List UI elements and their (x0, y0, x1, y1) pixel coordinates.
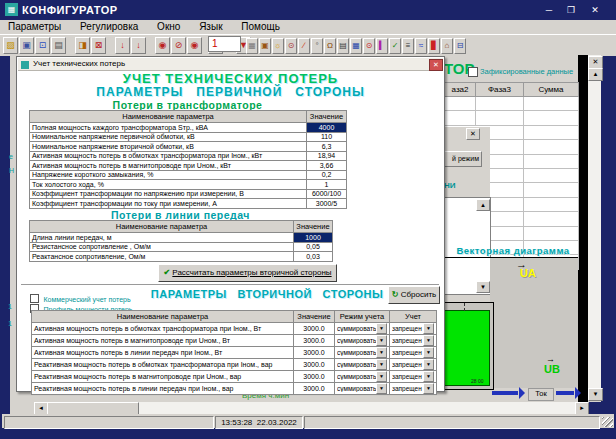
bars-icon[interactable]: ▊ (428, 38, 440, 54)
scroll-down-icon[interactable]: ▾ (588, 388, 603, 401)
param-value[interactable]: 0,2 (307, 170, 347, 180)
save-icon[interactable]: ▣ (19, 37, 34, 54)
panel-close-icon[interactable]: ✕ (466, 128, 480, 140)
param-value-selected[interactable]: 4000 (307, 123, 347, 133)
print-icon[interactable]: ▤ (51, 37, 66, 54)
grid-col-sum: Сумма (524, 83, 579, 97)
scales-icon[interactable]: Ω (324, 38, 336, 54)
param-value[interactable]: 0,03 (294, 252, 333, 262)
download-icon[interactable]: ↓ (115, 37, 130, 54)
dropdown-icon: ▼ (423, 335, 434, 346)
table-row: Ток холостого хода, %1 (30, 180, 347, 190)
col-header-name: Наименование параметра (30, 111, 307, 123)
mode-dropdown[interactable]: суммировать▼ (335, 323, 390, 335)
uchet-dropdown[interactable]: запрещен▼ (390, 347, 437, 359)
close-button[interactable]: ✕ (586, 3, 604, 17)
check-table-icon[interactable]: ✓ (389, 38, 401, 54)
mode-dropdown[interactable]: суммировать▼ (335, 371, 390, 383)
counter-input[interactable]: 1 (208, 36, 241, 52)
scroll-up-icon[interactable]: ▴ (588, 68, 603, 81)
grid-col-phase2: аза2 (445, 83, 476, 97)
scroll-down-icon[interactable]: ▾ (476, 281, 490, 293)
configurator-icon[interactable]: ▦ (246, 38, 258, 54)
uchet-dropdown[interactable]: запрещен▼ (390, 359, 437, 371)
param-value[interactable]: 1 (307, 180, 347, 190)
mode-dropdown[interactable]: суммировать▼ (335, 335, 390, 347)
table-icon[interactable]: ▦ (350, 38, 362, 54)
mode-dropdown[interactable]: суммировать▼ (335, 347, 390, 359)
table-row: Реактансное сопротивление, Ом/м0,03 (30, 252, 333, 262)
param-value[interactable]: 3000.0 (294, 383, 335, 395)
table-row: Номинальное напряжение вторичной обмотки… (30, 142, 347, 152)
graph-icon[interactable]: ≈ (415, 38, 427, 54)
menu-window[interactable]: Окно (149, 20, 188, 32)
partial-label: НИ (444, 181, 456, 190)
param-value[interactable]: 0,05 (294, 242, 333, 252)
col-header-name: Наименование параметра (32, 311, 294, 323)
monitor2-icon[interactable]: ⊟ (454, 38, 466, 54)
param-value[interactable]: 110 (307, 132, 347, 142)
pen-icon[interactable]: ∕ (298, 38, 310, 54)
table-row: Активная мощность потерь в обмотках тран… (32, 323, 437, 335)
calculator-icon[interactable]: ▤ (337, 38, 349, 54)
fixed-data-checkbox[interactable] (468, 67, 478, 77)
clock-icon[interactable]: ⊙ (363, 38, 375, 54)
horizontal-scrollbar[interactable]: ◂ ▸ (34, 402, 588, 414)
dialog-title-bar[interactable]: Учет технических потерь (18, 58, 443, 71)
scroll-up-icon[interactable]: ▴ (476, 199, 490, 211)
param-value[interactable]: 3000.0 (294, 335, 335, 347)
disconnect-icon[interactable]: ◉ (187, 37, 202, 54)
param-value[interactable]: 6,3 (307, 142, 347, 152)
uchet-dropdown[interactable]: запрещен▼ (390, 371, 437, 383)
param-value[interactable]: 3000/5 (307, 199, 347, 209)
mode-dropdown[interactable]: суммировать▼ (335, 383, 390, 395)
menu-language[interactable]: Язык (191, 20, 230, 32)
connect-icon[interactable]: ◉ (155, 37, 170, 54)
resize-grip[interactable] (602, 417, 613, 427)
current-arrow-icon (492, 391, 518, 395)
param-value[interactable]: 6000/100 (307, 189, 347, 199)
open-folder-icon[interactable]: ▨ (3, 37, 18, 54)
lamp-icon[interactable]: ☼ (272, 38, 284, 54)
archive-icon[interactable]: ▣ (259, 38, 271, 54)
uchet-dropdown[interactable]: запрещен▼ (390, 335, 437, 347)
probe-icon[interactable]: ° (311, 38, 323, 54)
minimize-button[interactable]: ─ (540, 3, 558, 17)
calculate-button-label: Рассчитать параметры вторичной стороны (172, 268, 331, 277)
delete-doc-icon[interactable]: ⊠ (91, 37, 106, 54)
param-value[interactable]: 18,94 (307, 151, 347, 161)
uchet-dropdown[interactable]: запрещен▼ (390, 323, 437, 335)
menu-help[interactable]: Помощь (233, 20, 288, 32)
dialog-heading: УЧЕТ ТЕХНИЧЕСКИХ ПОТЕРЬ (17, 71, 444, 86)
toolbar-group2: ▦▣☼⊙∕°Ω▤▦⊙▍✓≡≈▊⌂⊟ (246, 36, 467, 54)
table-row: Реактивная мощность потерь в линии перед… (32, 383, 437, 395)
param-value[interactable]: 3000.0 (294, 359, 335, 371)
uchet-dropdown[interactable]: запрещен▼ (390, 383, 437, 395)
timer-icon[interactable]: ⊙ (285, 38, 297, 54)
menu-parameters[interactable]: Параметры (0, 20, 69, 32)
menu-regulation[interactable]: Регулировка (72, 20, 146, 32)
vector-diagram-title: Векторная диаграмма (446, 245, 580, 256)
param-value[interactable]: 3,66 (307, 161, 347, 171)
secondary-table: Наименование параметра Значение Режим уч… (31, 310, 437, 395)
import-icon[interactable]: ◨ (75, 37, 90, 54)
calculate-button[interactable]: ✔ Рассчитать параметры вторичной стороны (158, 264, 337, 282)
fixed-data-checkbox-label: Зафиксированные данные (480, 67, 573, 76)
mode-dropdown[interactable]: суммировать▼ (335, 359, 390, 371)
chart-icon[interactable]: ▍ (376, 38, 388, 54)
download2-icon[interactable]: ↓ (131, 37, 146, 54)
col-header-value: Значение (294, 311, 335, 323)
param-value[interactable]: 3000.0 (294, 371, 335, 383)
param-value[interactable]: 3000.0 (294, 323, 335, 335)
vertical-scrollbar[interactable]: ✕ ▴ ▾ (588, 55, 601, 400)
param-value-selected[interactable]: 1000 (294, 233, 333, 243)
maximize-button[interactable]: ❐ (562, 3, 580, 17)
docs-icon[interactable]: ≡ (402, 38, 414, 54)
reset-button[interactable]: ↻ Сбросить (388, 286, 440, 304)
stop-icon[interactable]: ⊘ (171, 37, 186, 54)
home-icon[interactable]: ⌂ (441, 38, 453, 54)
dialog-close-button[interactable]: ✕ (429, 59, 443, 71)
grid-row (445, 97, 579, 111)
param-value[interactable]: 3000.0 (294, 347, 335, 359)
monitor-icon[interactable]: ⊡ (35, 37, 50, 54)
